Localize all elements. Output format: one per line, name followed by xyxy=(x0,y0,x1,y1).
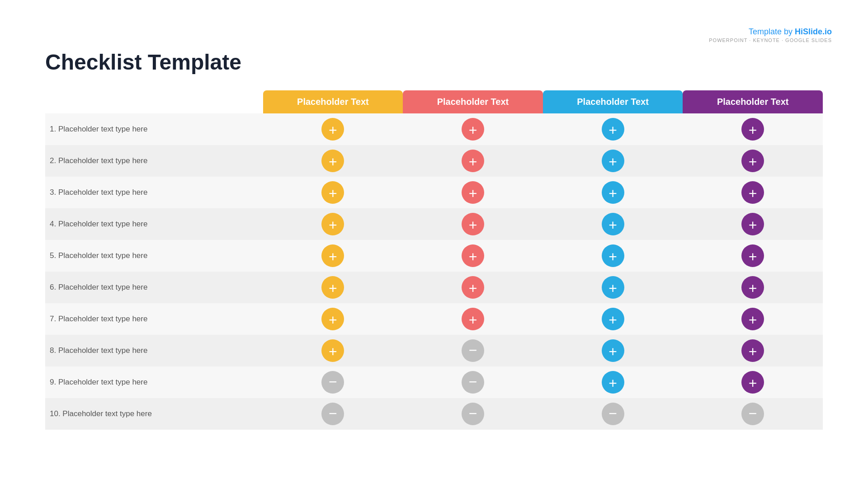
icon-cell-r1-c2: + xyxy=(403,113,543,145)
plus-icon: + xyxy=(741,118,764,141)
plus-icon: + xyxy=(462,150,484,172)
icon-cell-r4-c4: + xyxy=(683,208,823,240)
icon-cell-r5-c3: + xyxy=(543,240,683,272)
plus-icon: + xyxy=(741,339,764,362)
icon-cell-r9-c2: − xyxy=(403,366,543,398)
table-row: 5. Placeholder text type here++++ xyxy=(45,240,823,272)
branding-title: Template by HiSlide.io xyxy=(709,27,832,37)
row-label: 1. Placeholder text type here xyxy=(45,113,263,145)
header-col-3: Placeholder Text xyxy=(543,90,683,113)
plus-icon: + xyxy=(741,371,764,394)
plus-icon: + xyxy=(462,244,484,267)
minus-icon: − xyxy=(321,371,344,394)
row-label: 8. Placeholder text type here xyxy=(45,335,263,366)
row-label: 10. Placeholder text type here xyxy=(45,398,263,430)
plus-icon: + xyxy=(602,150,624,172)
icon-cell-r7-c2: + xyxy=(403,303,543,335)
minus-icon: − xyxy=(462,403,484,425)
icon-cell-r1-c3: + xyxy=(543,113,683,145)
table-row: 3. Placeholder text type here++++ xyxy=(45,177,823,208)
header-row: Placeholder Text Placeholder Text Placeh… xyxy=(45,90,823,113)
icon-cell-r1-c1: + xyxy=(263,113,403,145)
icon-cell-r8-c3: + xyxy=(543,335,683,366)
icon-cell-r2-c4: + xyxy=(683,145,823,177)
icon-cell-r4-c3: + xyxy=(543,208,683,240)
header-col-1: Placeholder Text xyxy=(263,90,403,113)
table-row: 8. Placeholder text type here+−++ xyxy=(45,335,823,366)
icon-cell-r8-c4: + xyxy=(683,335,823,366)
icon-cell-r10-c2: − xyxy=(403,398,543,430)
plus-icon: + xyxy=(462,276,484,299)
plus-icon: + xyxy=(602,339,624,362)
table-row: 7. Placeholder text type here++++ xyxy=(45,303,823,335)
table-row: 9. Placeholder text type here−−++ xyxy=(45,366,823,398)
row-label: 4. Placeholder text type here xyxy=(45,208,263,240)
plus-icon: + xyxy=(602,118,624,141)
icon-cell-r5-c1: + xyxy=(263,240,403,272)
plus-icon: + xyxy=(741,244,764,267)
plus-icon: + xyxy=(321,276,344,299)
minus-icon: − xyxy=(462,371,484,394)
plus-icon: + xyxy=(602,213,624,235)
icon-cell-r3-c2: + xyxy=(403,177,543,208)
icon-cell-r3-c4: + xyxy=(683,177,823,208)
plus-icon: + xyxy=(321,244,344,267)
icon-cell-r3-c1: + xyxy=(263,177,403,208)
plus-icon: + xyxy=(462,213,484,235)
plus-icon: + xyxy=(741,181,764,204)
icon-cell-r10-c4: − xyxy=(683,398,823,430)
header-label-col xyxy=(45,90,263,113)
icon-cell-r4-c2: + xyxy=(403,208,543,240)
icon-cell-r7-c3: + xyxy=(543,303,683,335)
icon-cell-r6-c4: + xyxy=(683,272,823,303)
plus-icon: + xyxy=(321,181,344,204)
table-row: 2. Placeholder text type here++++ xyxy=(45,145,823,177)
icon-cell-r7-c1: + xyxy=(263,303,403,335)
minus-icon: − xyxy=(462,339,484,362)
header-col-2: Placeholder Text xyxy=(403,90,543,113)
table-header: Placeholder Text Placeholder Text Placeh… xyxy=(45,90,823,113)
minus-icon: − xyxy=(602,403,624,425)
plus-icon: + xyxy=(741,213,764,235)
icon-cell-r8-c2: − xyxy=(403,335,543,366)
plus-icon: + xyxy=(321,213,344,235)
plus-icon: + xyxy=(741,150,764,172)
plus-icon: + xyxy=(321,339,344,362)
table-row: 6. Placeholder text type here++++ xyxy=(45,272,823,303)
row-label: 9. Placeholder text type here xyxy=(45,366,263,398)
plus-icon: + xyxy=(462,308,484,330)
branding-sub: POWERPOINT · KEYNOTE · GOOGLE SLIDES xyxy=(709,38,832,43)
plus-icon: + xyxy=(741,276,764,299)
icon-cell-r6-c3: + xyxy=(543,272,683,303)
header-col-4: Placeholder Text xyxy=(683,90,823,113)
minus-icon: − xyxy=(741,403,764,425)
icon-cell-r4-c1: + xyxy=(263,208,403,240)
row-label: 3. Placeholder text type here xyxy=(45,177,263,208)
row-label: 7. Placeholder text type here xyxy=(45,303,263,335)
table-body: 1. Placeholder text type here++++2. Plac… xyxy=(45,113,823,430)
plus-icon: + xyxy=(462,181,484,204)
icon-cell-r3-c3: + xyxy=(543,177,683,208)
icon-cell-r6-c1: + xyxy=(263,272,403,303)
icon-cell-r9-c1: − xyxy=(263,366,403,398)
page-title: Checklist Template xyxy=(45,50,241,75)
row-label: 2. Placeholder text type here xyxy=(45,145,263,177)
plus-icon: + xyxy=(602,181,624,204)
minus-icon: − xyxy=(321,403,344,425)
icon-cell-r5-c2: + xyxy=(403,240,543,272)
icon-cell-r9-c4: + xyxy=(683,366,823,398)
plus-icon: + xyxy=(602,308,624,330)
icon-cell-r2-c1: + xyxy=(263,145,403,177)
checklist-table-container: Placeholder Text Placeholder Text Placeh… xyxy=(45,90,823,430)
plus-icon: + xyxy=(741,308,764,330)
plus-icon: + xyxy=(321,150,344,172)
icon-cell-r10-c1: − xyxy=(263,398,403,430)
plus-icon: + xyxy=(602,276,624,299)
icon-cell-r9-c3: + xyxy=(543,366,683,398)
icon-cell-r6-c2: + xyxy=(403,272,543,303)
icon-cell-r10-c3: − xyxy=(543,398,683,430)
plus-icon: + xyxy=(602,244,624,267)
icon-cell-r5-c4: + xyxy=(683,240,823,272)
icon-cell-r1-c4: + xyxy=(683,113,823,145)
branding: Template by HiSlide.io POWERPOINT · KEYN… xyxy=(709,27,832,43)
